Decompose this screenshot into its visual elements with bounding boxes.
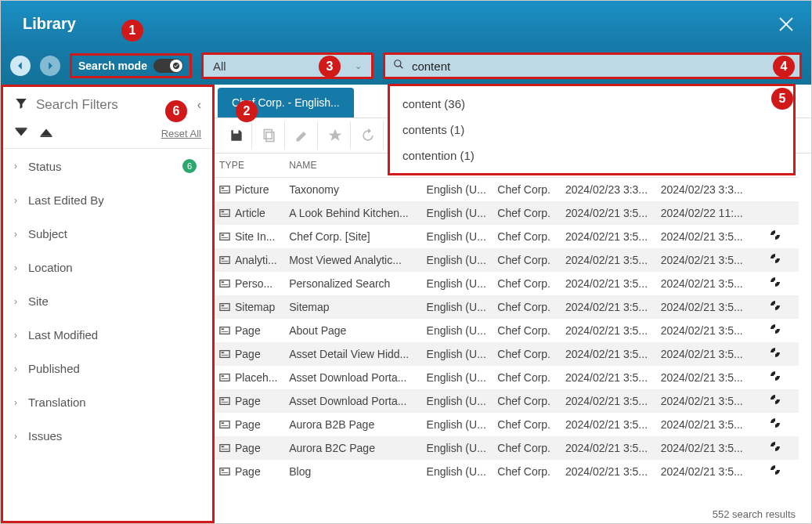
suggestion-item[interactable]: contents (1) [390, 117, 793, 143]
favorite-button[interactable] [319, 121, 351, 150]
cell-lastmod: 2024/02/21 3:5... [656, 225, 752, 248]
svg-rect-37 [222, 401, 229, 402]
results-scroll[interactable]: TYPE NAME LOCALE SITE CREATED LAST MODIF… [215, 154, 799, 503]
filter-item[interactable]: ›Published [3, 352, 212, 385]
nav-back-button[interactable] [10, 56, 31, 76]
filter-count-badge: 6 [182, 159, 197, 173]
table-row[interactable]: Analyti...Most Viewed Analytic...English… [215, 248, 799, 272]
table-row[interactable]: PageBlogEnglish (U...Chef Corp.2024/02/2… [215, 460, 799, 483]
cell-name: Asset Download Porta... [284, 366, 421, 389]
svg-rect-14 [220, 233, 229, 240]
search-input[interactable] [410, 59, 792, 74]
cell-created: 2024/02/21 3:5... [561, 389, 656, 413]
svg-rect-16 [222, 237, 229, 237]
edit-button[interactable] [287, 121, 318, 150]
cell-site: Chef Corp. [493, 319, 561, 342]
cell-locale: English (U... [422, 178, 493, 201]
filter-item[interactable]: ›Site [3, 284, 212, 318]
search-icon [393, 59, 404, 73]
table-row[interactable]: PageAsset Detail View Hidd...English (U.… [215, 342, 799, 366]
save-button[interactable] [221, 121, 252, 150]
table-row[interactable]: PageAbout PageEnglish (U...Chef Corp.202… [215, 319, 799, 342]
svg-rect-25 [222, 307, 229, 308]
cell-site: Chef Corp. [493, 272, 561, 295]
nav-forward-button[interactable] [40, 56, 60, 76]
type-icon [219, 466, 230, 477]
cell-created: 2024/02/21 3:5... [561, 366, 656, 389]
cell-locale: English (U... [422, 295, 493, 319]
collapse-panel-icon[interactable]: ‹ [197, 98, 201, 112]
table-row[interactable]: Site In...Chef Corp. [Site]English (U...… [215, 225, 799, 248]
cell-name: Most Viewed Analytic... [284, 248, 421, 272]
filter-item[interactable]: ›Location [3, 251, 212, 284]
chevron-right-icon: › [14, 397, 17, 408]
chevron-right-icon: › [14, 296, 17, 307]
cell-name: About Page [284, 319, 421, 342]
annotation-badge-3: 3 [319, 56, 341, 78]
status-icon [769, 443, 781, 455]
status-icon [769, 302, 781, 314]
col-type[interactable]: TYPE [215, 154, 284, 178]
chevron-right-icon: › [14, 363, 17, 374]
cell-type: Page [235, 465, 261, 478]
cell-locale: English (U... [422, 201, 493, 225]
filter-item[interactable]: ›Translation [3, 385, 212, 419]
table-row[interactable]: PageAurora B2C PageEnglish (U...Chef Cor… [215, 436, 799, 460]
table-row[interactable]: PageAsset Download Porta...English (U...… [215, 389, 799, 413]
cell-created: 2024/02/21 3:5... [561, 201, 656, 225]
svg-rect-42 [222, 446, 225, 447]
status-icon [769, 278, 781, 291]
filter-item[interactable]: ›Status6 [3, 149, 212, 183]
svg-rect-19 [222, 260, 229, 261]
svg-rect-20 [220, 280, 229, 287]
table-row[interactable]: SitemapSitemapEnglish (U...Chef Corp.202… [215, 295, 799, 319]
type-icon [219, 419, 230, 430]
cell-lastmod: 2024/02/21 3:5... [656, 413, 752, 436]
results-count: 552 search results [713, 508, 796, 520]
table-row[interactable]: PageAurora B2B PageEnglish (U...Chef Cor… [215, 413, 799, 436]
app-window: Library Search mode All ⌄ [0, 0, 812, 524]
svg-rect-23 [220, 303, 229, 310]
svg-rect-30 [222, 352, 225, 353]
expand-all-icon[interactable] [14, 126, 28, 140]
table-row[interactable]: PictureTaxonomyEnglish (U...Chef Corp.20… [215, 178, 799, 201]
svg-rect-27 [222, 328, 225, 330]
refresh-button[interactable] [352, 121, 384, 150]
suggestion-item[interactable]: content (36) [390, 91, 793, 117]
type-icon [219, 443, 230, 454]
search-mode-label: Search mode [78, 60, 147, 72]
table-row[interactable]: Placeh...Asset Download Porta...English … [215, 366, 799, 389]
table-row[interactable]: Perso...Personalized SearchEnglish (U...… [215, 272, 799, 295]
cell-name: Asset Detail View Hidd... [284, 342, 421, 366]
svg-rect-9 [222, 187, 225, 189]
filter-item[interactable]: ›Subject [3, 217, 212, 251]
filter-name: Status [28, 160, 171, 173]
suggestion-item[interactable]: contention (1) [390, 143, 793, 168]
copy-button[interactable] [254, 121, 285, 150]
svg-rect-17 [220, 256, 229, 263]
filter-item[interactable]: ›Last Modified [3, 318, 212, 352]
filter-item[interactable]: ›Last Edited By [3, 183, 212, 217]
type-icon [219, 231, 230, 242]
search-mode-toggle[interactable]: Search mode [70, 53, 192, 78]
cell-site: Chef Corp. [493, 295, 561, 319]
cell-site: Chef Corp. [493, 342, 561, 366]
table-row[interactable]: ArticleA Look Behind Kitchen...English (… [215, 201, 799, 225]
cell-name: Sitemap [284, 295, 421, 319]
cell-lastmod: 2024/02/21 3:5... [656, 248, 752, 272]
filter-item[interactable]: ›Issues [3, 419, 212, 453]
toggle-switch[interactable] [153, 59, 183, 73]
cell-lastmod: 2024/02/22 11:... [656, 201, 752, 225]
filter-list: ›Status6›Last Edited By›Subject›Location… [3, 149, 212, 521]
cell-lastmod: 2024/02/21 3:5... [656, 366, 752, 389]
cell-created: 2024/02/21 3:5... [561, 460, 656, 483]
type-dropdown[interactable]: All ⌄ [201, 52, 374, 79]
cell-name: Personalized Search [284, 272, 421, 295]
collapse-all-icon[interactable] [39, 126, 53, 140]
search-suggestions: content (36)contents (1)contention (1) [388, 84, 796, 175]
close-icon[interactable] [777, 15, 796, 34]
reset-all-link[interactable]: Reset All [161, 128, 201, 139]
cell-name: A Look Behind Kitchen... [284, 201, 421, 225]
svg-rect-11 [220, 209, 229, 216]
cell-name: Blog [284, 460, 421, 483]
